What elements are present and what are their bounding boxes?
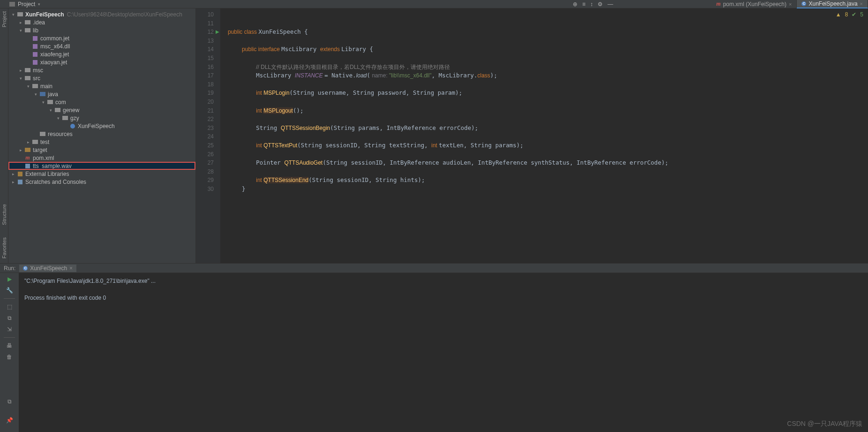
gear-icon[interactable]: ⚙ — [598, 1, 603, 8]
output-line-2: Process finished with exit code 0 — [24, 295, 106, 301]
hide-icon[interactable]: — — [607, 1, 613, 8]
tab-pom[interactable]: m pom.xml (XunFeiSpeech) × — [711, 0, 797, 8]
project-tree[interactable]: ▾XunFeiSpeechC:\Users\96248\Desktop\demo… — [8, 8, 195, 188]
tree-item--idea[interactable]: ▸.idea — [8, 18, 195, 26]
tree-item-tts-sample-wav[interactable]: tts_sample.wav — [8, 162, 195, 170]
wrench-icon[interactable]: 🔧 — [6, 287, 13, 294]
tree-item-msc-x64-dll[interactable]: msc_x64.dll — [8, 42, 195, 50]
project-tool-button[interactable]: Project — [1, 11, 7, 27]
tree-item-xiaoyan-jet[interactable]: xiaoyan.jet — [8, 58, 195, 66]
run-header: Run: C XunFeiSpeech × — [0, 264, 868, 273]
run-tab[interactable]: C XunFeiSpeech × — [19, 265, 76, 272]
pass-count: 5 — [860, 11, 863, 18]
left-tool-rail: Project Structure Favorites — [0, 8, 8, 263]
sort-icon[interactable]: ↕ — [590, 1, 593, 8]
editor-tabs: m pom.xml (XunFeiSpeech) × C XunFeiSpeec… — [711, 0, 868, 8]
run-panel: Run: C XunFeiSpeech × ▶ 🔧 ⬚ ⧉ ⇲ 🖶 🗑 ⧉ — [0, 263, 868, 432]
project-icon — [9, 2, 15, 7]
tree-item-main[interactable]: ▾main — [8, 82, 195, 90]
camera-icon[interactable]: ⧉ — [6, 315, 13, 321]
run-output[interactable]: "C:\Program Files\Java\jdk1.8.0_271\bin\… — [19, 273, 868, 432]
warning-count: 8 — [845, 11, 848, 18]
maven-icon: m — [716, 0, 720, 8]
close-icon[interactable]: × — [69, 265, 73, 272]
tree-item-test[interactable]: ▸test — [8, 138, 195, 146]
stop-icon[interactable]: ⬚ — [6, 303, 13, 310]
top-bar: Project ▾ ⊕ ≡ ↕ ⚙ — m pom.xml (XunFeiSpe… — [0, 0, 868, 8]
run-tool-column: ▶ 🔧 ⬚ ⧉ ⇲ 🖶 🗑 ⧉ 📌 — [0, 273, 19, 432]
tree-item-common-jet[interactable]: common.jet — [8, 34, 195, 42]
project-selector[interactable]: Project ▾ — [0, 1, 40, 8]
tree-item-genew[interactable]: ▾genew — [8, 106, 195, 114]
tree-item-java[interactable]: ▾java — [8, 90, 195, 98]
project-pane: ▾XunFeiSpeechC:\Users\96248\Desktop\demo… — [8, 8, 196, 263]
check-icon: ✔ — [852, 11, 856, 18]
locate-icon[interactable]: ⊕ — [573, 1, 577, 8]
tree-item-msc[interactable]: ▸msc — [8, 66, 195, 74]
tree-item--b-style-color-ddd-xunfeispeech-b-[interactable]: ▾XunFeiSpeechC:\Users\96248\Desktop\demo… — [8, 10, 195, 18]
tree-item-target[interactable]: ▸target — [8, 146, 195, 154]
tree-item-pom-xml[interactable]: mpom.xml — [8, 154, 195, 162]
close-icon[interactable]: × — [789, 1, 792, 7]
warning-icon: ▲ — [836, 11, 841, 18]
layout-icon[interactable]: ⧉ — [6, 398, 13, 405]
pin-icon[interactable]: 📌 — [6, 417, 13, 424]
close-icon[interactable]: × — [860, 1, 863, 7]
expand-icon[interactable]: ≡ — [582, 1, 585, 8]
tree-item-xunfeispeech[interactable]: XunFeiSpeech — [8, 122, 195, 130]
gutter[interactable]: 101112▶131415161718192021222324252627282… — [196, 8, 220, 263]
tree-item-com[interactable]: ▾com — [8, 98, 195, 106]
class-icon: C — [801, 1, 806, 6]
scroll-icon[interactable]: ⇲ — [6, 326, 13, 333]
trash-icon[interactable]: 🗑 — [6, 354, 13, 360]
inspection-badges[interactable]: ▲8 ✔5 — [836, 11, 863, 18]
class-icon: C — [23, 266, 28, 271]
tree-item-resources[interactable]: resources — [8, 130, 195, 138]
editor[interactable]: ▲8 ✔5 101112▶131415161718192021222324252… — [196, 8, 868, 263]
toolbar-icons: ⊕ ≡ ↕ ⚙ — — [573, 1, 618, 8]
code-area[interactable]: public class XunFeiSpeech { public inter… — [220, 8, 868, 263]
chevron-down-icon: ▾ — [38, 2, 40, 7]
run-tab-label: XunFeiSpeech — [30, 265, 67, 272]
tab-label: XunFeiSpeech.java — [808, 0, 857, 7]
tree-item-xiaofeng-jet[interactable]: xiaofeng.jet — [8, 50, 195, 58]
favorites-tool-button[interactable]: Favorites — [1, 237, 7, 258]
tree-item-gzy[interactable]: ▾gzy — [8, 114, 195, 122]
tree-item-lib[interactable]: ▾lib — [8, 26, 195, 34]
print-icon[interactable]: 🖶 — [6, 342, 13, 349]
rerun-icon[interactable]: ▶ — [6, 276, 13, 282]
tab-xunfeispeech[interactable]: C XunFeiSpeech.java × — [797, 0, 868, 8]
structure-tool-button[interactable]: Structure — [1, 204, 7, 225]
project-label: Project — [18, 1, 35, 8]
tree-item-external-libraries[interactable]: ▸External Libraries — [8, 170, 195, 178]
output-line-1: "C:\Program Files\Java\jdk1.8.0_271\bin\… — [24, 278, 156, 284]
tab-label: pom.xml (XunFeiSpeech) — [723, 1, 786, 8]
run-label: Run: — [4, 265, 15, 272]
tree-item-src[interactable]: ▾src — [8, 74, 195, 82]
tree-item-scratches-and-consoles[interactable]: ▸Scratches and Consoles — [8, 178, 195, 186]
